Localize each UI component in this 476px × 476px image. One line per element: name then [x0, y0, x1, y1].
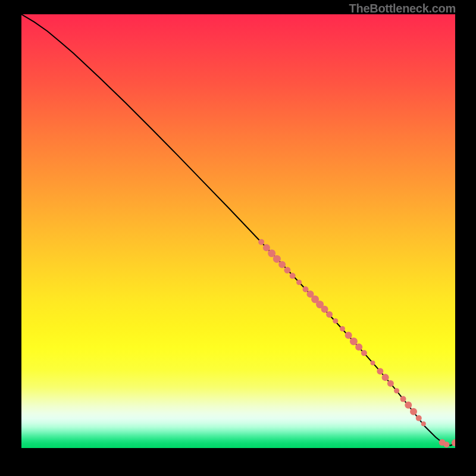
data-point — [278, 261, 286, 268]
chart-svg — [21, 14, 455, 448]
data-point — [263, 244, 270, 251]
data-point — [284, 267, 290, 274]
chart-stage: TheBottleneck.com — [0, 0, 476, 476]
data-point — [377, 368, 383, 374]
data-point — [370, 361, 375, 365]
data-point — [290, 273, 296, 279]
data-point — [382, 374, 389, 381]
data-point — [387, 380, 394, 387]
data-point — [400, 396, 406, 402]
data-point — [443, 441, 449, 447]
data-point — [273, 255, 281, 263]
data-point — [333, 318, 338, 324]
data-point — [361, 350, 367, 356]
data-point — [421, 421, 426, 426]
data-point — [355, 343, 362, 350]
data-point — [340, 326, 345, 331]
data-point — [296, 280, 302, 285]
data-point — [410, 408, 417, 415]
data-point — [394, 388, 399, 393]
data-point — [416, 415, 422, 421]
data-point — [405, 402, 412, 409]
data-points-group — [258, 239, 455, 447]
data-point — [350, 337, 358, 345]
data-point — [321, 306, 328, 313]
data-point — [345, 331, 352, 339]
attribution-label: TheBottleneck.com — [349, 2, 456, 15]
data-point — [258, 239, 264, 245]
plot-area — [21, 14, 455, 448]
data-point — [303, 286, 309, 292]
data-point — [326, 311, 333, 318]
